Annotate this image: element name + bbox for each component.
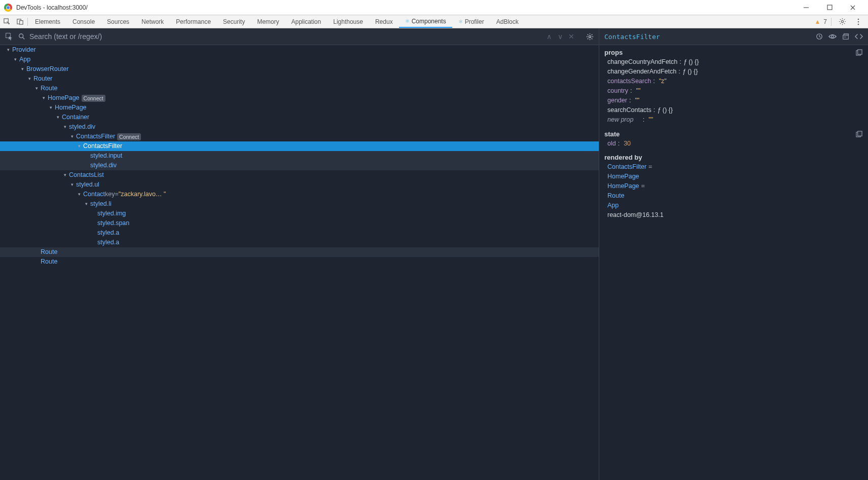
maximize-button[interactable]: [822, 3, 837, 13]
caret-down-icon[interactable]: ▾: [6, 45, 10, 55]
tree-node-Provider[interactable]: ▾Provider: [0, 45, 599, 55]
tree-node-ContactsFilter[interactable]: ▾ContactsFilterConnect: [0, 132, 599, 141]
copy-props-icon[interactable]: [855, 48, 863, 56]
state-value[interactable]: 30: [624, 139, 631, 149]
caret-down-icon[interactable]: ▾: [63, 122, 67, 132]
rendered-by-link[interactable]: HomePage=: [599, 181, 868, 191]
caret-down-icon[interactable]: ▾: [77, 190, 81, 199]
components-settings-icon[interactable]: [585, 31, 595, 42]
caret-down-icon[interactable]: ▾: [56, 113, 60, 122]
tree-node-styled-img[interactable]: styled.img: [0, 209, 599, 218]
prop-row[interactable]: contactsSearch:"z": [599, 77, 868, 86]
tree-node-styled-div[interactable]: ▾styled.div: [0, 122, 599, 132]
more-icon[interactable]: [852, 18, 865, 25]
prop-value[interactable]: ƒ () {}: [682, 67, 698, 77]
caret-down-icon[interactable]: ▾: [70, 132, 74, 141]
caret-down-icon[interactable]: ▾: [84, 199, 88, 209]
settings-icon[interactable]: [836, 18, 849, 25]
search-close-icon[interactable]: ✕: [566, 31, 576, 42]
rendered-by-link[interactable]: ContactsFilter=: [599, 162, 868, 172]
tab-adblock[interactable]: AdBlock: [490, 15, 525, 28]
search-prev-icon[interactable]: ∧: [544, 31, 554, 42]
caret-down-icon[interactable]: ▾: [27, 74, 31, 84]
tab-redux[interactable]: Redux: [369, 15, 399, 28]
tree-node-Contact[interactable]: ▾Contact key="zackary.lavo… ": [0, 190, 599, 199]
new-prop-row[interactable]: new prop :"": [599, 115, 868, 125]
prop-row[interactable]: searchContacts: ƒ () {}: [599, 105, 868, 115]
select-element-icon[interactable]: [4, 31, 14, 42]
tree-node-styled-div[interactable]: styled.div: [0, 161, 599, 170]
tab-sources[interactable]: Sources: [101, 15, 135, 28]
tree-node-Router[interactable]: ▾Router: [0, 74, 599, 84]
caret-down-icon[interactable]: ▾: [13, 55, 17, 64]
tab-console[interactable]: Console: [66, 15, 101, 28]
rendered-by-label: ContactsFilter: [607, 162, 646, 172]
prop-value[interactable]: "z": [659, 77, 667, 86]
tree-node-styled-a[interactable]: styled.a: [0, 228, 599, 238]
tree-node-HomePage[interactable]: ▾HomePage: [0, 103, 599, 113]
close-button[interactable]: [846, 3, 860, 13]
new-prop-value[interactable]: "": [648, 115, 653, 125]
tree-node-Route[interactable]: Route: [0, 247, 599, 257]
rendered-by-link[interactable]: Route: [599, 191, 868, 201]
tree-node-styled-a[interactable]: styled.a: [0, 238, 599, 247]
prop-row[interactable]: changeGenderAndFetch: ƒ () {}: [599, 67, 868, 77]
prop-value[interactable]: ƒ () {}: [683, 57, 699, 67]
tab-profiler[interactable]: ⚛Profiler: [452, 15, 490, 28]
tab-components[interactable]: ⚛Components: [399, 15, 452, 28]
tree-node-Container[interactable]: ▾Container: [0, 113, 599, 122]
caret-down-icon[interactable]: ▾: [70, 180, 74, 190]
prop-row[interactable]: changeCountryAndFetch: ƒ () {}: [599, 57, 868, 67]
prop-value[interactable]: "": [635, 96, 639, 105]
tree-node-styled-li[interactable]: ▾styled.li: [0, 199, 599, 209]
tree-node-Route[interactable]: Route: [0, 257, 599, 267]
inspect-icon[interactable]: [0, 15, 13, 28]
prop-value[interactable]: ƒ () {}: [657, 105, 673, 115]
state-row[interactable]: old:30: [599, 139, 868, 149]
tree-node-HomePage[interactable]: ▾HomePageConnect: [0, 93, 599, 103]
prop-row[interactable]: gender:"": [599, 96, 868, 105]
rendered-by-link[interactable]: HomePage: [599, 172, 868, 181]
log-to-console-icon[interactable]: [842, 32, 850, 41]
tree-node-ContactsList[interactable]: ▾ContactsList: [0, 170, 599, 180]
tab-security[interactable]: Security: [217, 15, 251, 28]
rendered-by-link[interactable]: App: [599, 201, 868, 210]
warning-count[interactable]: 7: [823, 18, 827, 25]
svg-line-17: [819, 36, 821, 38]
window-controls: [799, 3, 864, 13]
tree-node-styled-ul[interactable]: ▾styled.ul: [0, 180, 599, 190]
suspend-icon[interactable]: [815, 32, 823, 41]
tab-elements[interactable]: Elements: [29, 15, 66, 28]
minimize-button[interactable]: [799, 3, 813, 13]
tree-node-ContactsFilter[interactable]: ▾ContactsFilter: [0, 141, 599, 151]
tab-label: Security: [223, 18, 245, 25]
component-search-input[interactable]: [28, 31, 540, 42]
caret-down-icon[interactable]: ▾: [34, 84, 39, 93]
warning-icon[interactable]: ▲: [814, 18, 820, 25]
caret-down-icon[interactable]: ▾: [77, 141, 81, 151]
tree-node-styled-input[interactable]: styled.input: [0, 151, 599, 161]
svg-point-21: [844, 36, 845, 38]
tree-node-App[interactable]: ▾App: [0, 55, 599, 64]
components-tree[interactable]: ▾Provider▾App▾BrowserRouter▾Router▾Route…: [0, 45, 599, 480]
prop-value[interactable]: "": [636, 86, 640, 96]
inspect-dom-icon[interactable]: [828, 32, 837, 41]
tab-application[interactable]: Application: [285, 15, 328, 28]
view-source-icon[interactable]: [855, 32, 863, 41]
tab-performance[interactable]: Performance: [170, 15, 217, 28]
tab-lighthouse[interactable]: Lighthouse: [327, 15, 369, 28]
tree-node-BrowserRouter[interactable]: ▾BrowserRouter: [0, 64, 599, 74]
copy-state-icon[interactable]: [855, 130, 863, 138]
caret-down-icon[interactable]: ▾: [42, 93, 46, 103]
device-icon[interactable]: [13, 15, 26, 28]
tree-node-Route[interactable]: ▾Route: [0, 84, 599, 93]
tree-node-styled-span[interactable]: styled.span: [0, 218, 599, 228]
prop-row[interactable]: country:"": [599, 86, 868, 96]
caret-down-icon[interactable]: ▾: [49, 103, 53, 113]
search-next-icon[interactable]: ∨: [555, 31, 565, 42]
tab-memory[interactable]: Memory: [251, 15, 285, 28]
caret-down-icon[interactable]: ▾: [63, 170, 67, 180]
caret-down-icon[interactable]: ▾: [20, 64, 24, 74]
tab-network[interactable]: Network: [135, 15, 170, 28]
new-prop-name[interactable]: new prop: [607, 115, 633, 125]
